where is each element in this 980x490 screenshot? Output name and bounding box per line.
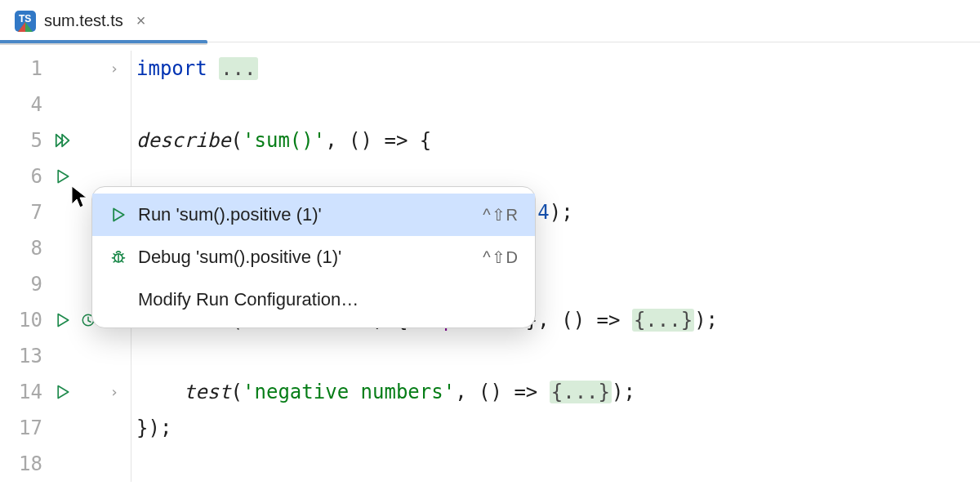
code-line	[136, 87, 718, 122]
typescript-test-file-icon: TS	[15, 11, 36, 32]
svg-line-9	[114, 254, 116, 256]
menu-item-modify-config[interactable]: Modify Run Configuration…	[92, 278, 535, 321]
line-number: 14	[0, 374, 42, 410]
menu-item-shortcut: ^⇧D	[483, 247, 519, 267]
close-tab-icon[interactable]: ×	[136, 11, 146, 30]
code-line: });	[136, 410, 718, 446]
menu-item-label: Run 'sum().positive (1)'	[138, 204, 473, 225]
fold-toggle-icon[interactable]: ›	[110, 51, 119, 87]
line-number: 4	[0, 87, 42, 122]
code-line: import ...	[136, 51, 718, 87]
run-all-tests-icon[interactable]	[54, 122, 72, 158]
code-line	[136, 446, 718, 482]
line-number: 10	[0, 302, 42, 338]
svg-line-11	[114, 261, 116, 262]
line-number-gutter: 1 4 5 6 7 8 9 10 13 14 17 18	[0, 51, 47, 482]
svg-line-10	[121, 254, 123, 256]
run-test-icon[interactable]	[55, 158, 71, 194]
code-line	[136, 338, 718, 374]
editor-tabbar: TS sum.test.ts ×	[0, 0, 980, 42]
menu-item-run-test[interactable]: Run 'sum().positive (1)' ^⇧R	[92, 194, 535, 236]
line-number: 8	[0, 230, 42, 266]
line-number: 17	[0, 410, 42, 446]
folded-region[interactable]: {...}	[632, 309, 694, 332]
run-marker-gutter	[47, 51, 78, 482]
line-number: 7	[0, 194, 42, 230]
menu-item-debug-test[interactable]: Debug 'sum().positive (1)' ^⇧D	[92, 236, 535, 278]
menu-item-label: Modify Run Configuration…	[138, 289, 519, 310]
play-icon	[109, 207, 128, 223]
fold-toggle-icon[interactable]: ›	[110, 374, 119, 410]
line-number: 9	[0, 266, 42, 302]
line-number: 1	[0, 51, 42, 87]
run-test-icon[interactable]	[55, 374, 71, 410]
svg-line-12	[121, 261, 123, 262]
run-context-menu: Run 'sum().positive (1)' ^⇧R Debug 'sum(…	[91, 186, 536, 328]
code-line: test('negative numbers', () => {...});	[136, 374, 718, 410]
menu-item-label: Debug 'sum().positive (1)'	[138, 247, 473, 268]
mouse-cursor-icon	[70, 185, 90, 209]
line-number: 13	[0, 338, 42, 374]
tab-filename: sum.test.ts	[44, 11, 123, 30]
line-number: 18	[0, 446, 42, 482]
code-line: describe('sum()', () => {	[136, 122, 718, 158]
run-skipped-test-icon[interactable]	[55, 302, 71, 338]
menu-item-shortcut: ^⇧R	[483, 205, 519, 225]
bug-icon	[109, 249, 128, 265]
line-number: 6	[0, 158, 42, 194]
file-tab[interactable]: TS sum.test.ts ×	[0, 0, 160, 42]
folded-region[interactable]: ...	[219, 57, 257, 80]
folded-region[interactable]: {...}	[550, 381, 612, 403]
line-number: 5	[0, 122, 42, 158]
